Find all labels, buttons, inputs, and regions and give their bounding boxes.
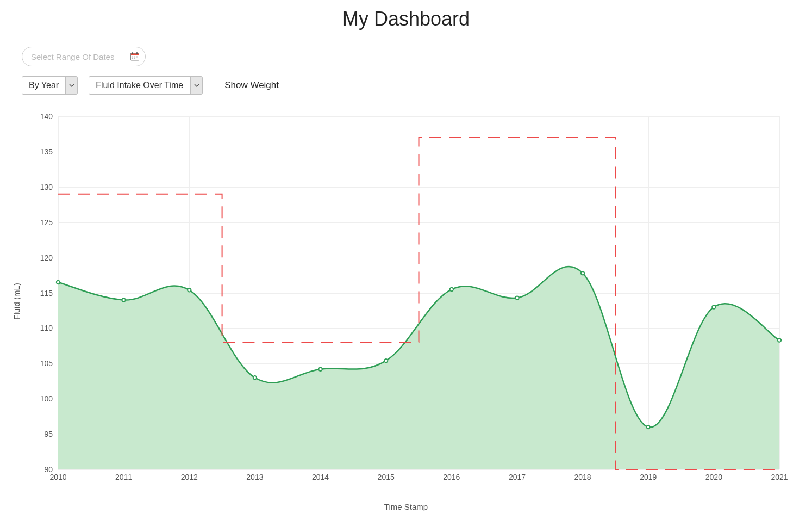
x-tick-label: 2021 (771, 473, 788, 481)
date-range-input[interactable]: Select Range Of Dates (22, 47, 146, 66)
svg-rect-6 (136, 57, 138, 58)
x-tick-label: 2012 (181, 473, 198, 481)
svg-rect-7 (132, 58, 133, 59)
gridline-v (779, 116, 780, 469)
data-point[interactable] (384, 359, 388, 362)
x-tick-label: 2011 (115, 473, 132, 481)
x-tick-label: 2016 (443, 473, 460, 481)
y-tick-label: 140 (40, 112, 53, 121)
x-tick-label: 2020 (705, 473, 722, 481)
x-tick-label: 2014 (312, 473, 329, 481)
chevron-down-icon (65, 77, 77, 94)
show-weight-checkbox[interactable]: Show Weight (214, 80, 279, 91)
y-tick-label: 115 (40, 289, 53, 298)
x-tick-label: 2019 (640, 473, 657, 481)
metric-select-value: Fluid Intake Over Time (89, 77, 190, 94)
y-tick-label: 130 (40, 183, 53, 191)
grouping-select-value: By Year (22, 77, 65, 94)
svg-rect-1 (131, 53, 139, 55)
svg-rect-2 (132, 52, 133, 54)
show-weight-label: Show Weight (224, 80, 279, 91)
svg-rect-4 (132, 57, 133, 58)
date-range-placeholder: Select Range Of Dates (31, 52, 114, 61)
x-tick-label: 2010 (49, 473, 66, 481)
data-point[interactable] (318, 367, 322, 370)
x-tick-label: 2018 (574, 473, 591, 481)
data-point[interactable] (515, 296, 519, 299)
x-tick-label: 2015 (378, 473, 395, 481)
metric-select[interactable]: Fluid Intake Over Time (89, 76, 203, 95)
y-tick-label: 135 (40, 147, 53, 156)
x-tick-label: 2017 (509, 473, 526, 481)
y-tick-label: 110 (40, 324, 53, 332)
x-tick-label: 2013 (246, 473, 263, 481)
plot-area[interactable]: 9095100105110115120125130135140201020112… (58, 116, 779, 470)
y-tick-label: 125 (40, 218, 53, 227)
controls-bar: Select Range Of Dates By Year Fluid I (0, 47, 812, 95)
data-point[interactable] (778, 338, 781, 342)
data-point[interactable] (122, 298, 125, 301)
x-axis-label: Time Stamp (384, 502, 428, 511)
y-tick-label: 95 (44, 430, 53, 438)
y-axis-label: Fluid (mL) (12, 283, 21, 320)
chevron-down-icon (190, 77, 202, 94)
grouping-select[interactable]: By Year (22, 76, 78, 95)
y-tick-label: 100 (40, 394, 53, 403)
checkbox-box (214, 82, 221, 89)
data-point[interactable] (188, 288, 191, 292)
data-point[interactable] (450, 288, 453, 291)
y-tick-label: 120 (40, 253, 53, 262)
data-point[interactable] (57, 281, 60, 284)
svg-rect-5 (134, 57, 135, 58)
data-point[interactable] (647, 425, 650, 429)
data-point[interactable] (253, 376, 257, 379)
svg-rect-8 (134, 58, 135, 59)
chart-svg (58, 116, 779, 469)
data-point[interactable] (581, 271, 584, 275)
chart: Fluid (mL) Time Stamp 909510010511011512… (33, 116, 779, 486)
y-tick-label: 105 (40, 359, 53, 368)
svg-rect-3 (136, 52, 138, 54)
data-point[interactable] (712, 305, 715, 308)
page-title: My Dashboard (0, 8, 812, 30)
calendar-icon (130, 52, 140, 61)
